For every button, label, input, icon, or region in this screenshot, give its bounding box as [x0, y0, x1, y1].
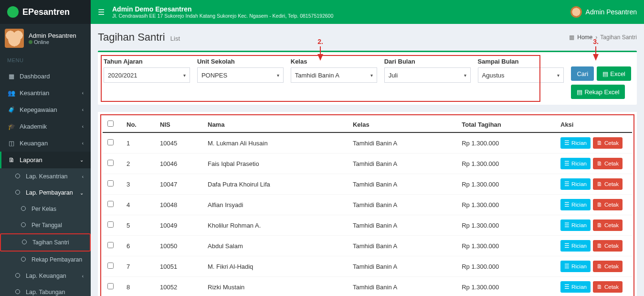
nav-lap-keuangan[interactable]: Lap. Keuangan‹	[0, 268, 91, 284]
table-row: 8 10052 Rizki Mustain Tamhidi Banin A Rp…	[103, 277, 632, 296]
chevron-left-icon: ‹	[82, 174, 84, 179]
money-icon: ◫	[7, 140, 16, 147]
app-name: EPesantren	[22, 7, 70, 17]
select-kelas[interactable]: Tamhidi Banin A▾	[291, 67, 377, 83]
cell-nama: Alfian Irsyadi	[203, 195, 348, 215]
rician-button[interactable]: ☰Rician	[560, 261, 591, 272]
nav-kepegawaian[interactable]: 🧳Kepegawaian‹	[0, 101, 91, 118]
search-button[interactable]: Cari	[571, 66, 594, 81]
cell-nis: 10051	[155, 256, 203, 277]
label-sampai-bulan: Sampai Bulan	[478, 58, 564, 65]
row-checkbox[interactable]	[107, 263, 114, 269]
cell-total: Rp 1.300.000	[457, 153, 556, 174]
chevron-left-icon: ‹	[82, 124, 84, 129]
th-nis: NIS	[155, 117, 203, 132]
excel-icon: ▤	[577, 88, 582, 96]
select-dari-bulan[interactable]: Juli▾	[384, 67, 471, 83]
rician-button[interactable]: ☰Rician	[560, 240, 591, 252]
cell-nis: 10048	[155, 195, 203, 215]
cetak-button[interactable]: 🗎Cetak	[593, 281, 623, 293]
chevron-left-icon: ‹	[82, 90, 84, 96]
breadcrumb: ▦ Home › Tagihan Santri	[569, 34, 637, 41]
nav-laporan[interactable]: 🗎Laporan⌄	[0, 152, 91, 168]
select-unit-sekolah[interactable]: PONPES▾	[197, 67, 284, 83]
table-box: No. NIS Nama Kelas Total Tagihan Aksi 1 …	[98, 112, 637, 296]
row-checkbox[interactable]	[107, 160, 114, 166]
circle-icon	[13, 189, 22, 196]
cetak-button[interactable]: 🗎Cetak	[593, 178, 623, 190]
rician-button[interactable]: ☰Rician	[560, 137, 591, 149]
breadcrumb-home[interactable]: Home	[577, 34, 592, 41]
nav-rekap-pembayaran[interactable]: Rekap Pembayaran	[0, 252, 91, 268]
graduation-icon: 🎓	[7, 123, 16, 130]
row-checkbox[interactable]	[107, 139, 114, 145]
nav-lap-tabungan[interactable]: Lap. Tabungan	[0, 284, 91, 296]
cell-total: Rp 1.300.000	[457, 256, 556, 277]
row-checkbox[interactable]	[107, 242, 114, 248]
rician-button[interactable]: ☰Rician	[560, 219, 591, 231]
list-icon: ☰	[564, 222, 570, 229]
row-checkbox[interactable]	[107, 180, 114, 186]
select-sampai-bulan[interactable]: Agustus▾	[478, 67, 564, 83]
cetak-button[interactable]: 🗎Cetak	[593, 158, 623, 169]
nav-per-tanggal[interactable]: Per Tanggal	[0, 217, 91, 233]
nav-per-kelas[interactable]: Per Kelas	[0, 201, 91, 217]
rician-button[interactable]: ☰Rician	[560, 199, 591, 210]
cell-total: Rp 1.300.000	[457, 215, 556, 236]
print-icon: 🗎	[597, 202, 602, 208]
nav-lap-kesantrian[interactable]: Lap. Kesantrian‹	[0, 168, 91, 185]
print-icon: 🗎	[597, 181, 602, 187]
nav-dashboard[interactable]: ▦Dashboard	[0, 68, 91, 85]
nav-kesantrian[interactable]: 👥Kesantrian‹	[0, 85, 91, 101]
th-aksi: Aksi	[556, 117, 632, 132]
cetak-button[interactable]: 🗎Cetak	[593, 219, 623, 231]
chevron-left-icon: ‹	[82, 141, 84, 146]
cetak-button[interactable]: 🗎Cetak	[593, 199, 623, 210]
nav-akademik[interactable]: 🎓Akademik‹	[0, 118, 91, 135]
excel-button[interactable]: ▤Excel	[597, 66, 631, 81]
rician-button[interactable]: ☰Rician	[560, 178, 591, 190]
th-total: Total Tagihan	[457, 117, 556, 132]
status-dot-icon	[29, 40, 32, 44]
cetak-button[interactable]: 🗎Cetak	[593, 261, 623, 272]
chevron-down-icon: ▾	[183, 73, 186, 78]
nav-tagihan-santri[interactable]: Tagihan Santri	[0, 233, 91, 252]
table-row: 7 10051 M. Fikri Al-Hadiq Tamhidi Banin …	[103, 256, 632, 277]
row-checkbox[interactable]	[107, 283, 114, 289]
rician-button[interactable]: ☰Rician	[560, 281, 591, 293]
data-table: No. NIS Nama Kelas Total Tagihan Aksi 1 …	[103, 117, 632, 296]
nav-keuangan[interactable]: ◫Keuangan‹	[0, 135, 91, 152]
rekap-excel-button[interactable]: ▤Rekap Excel	[571, 85, 625, 99]
cetak-button[interactable]: 🗎Cetak	[593, 240, 623, 252]
nav-lap-pembayaran[interactable]: Lap. Pembayaran⌄	[0, 185, 91, 201]
cell-no: 6	[122, 236, 155, 256]
menu-toggle[interactable]: ☰	[98, 8, 112, 17]
page-title: Tagihan Santri List	[98, 31, 180, 44]
circle-icon	[19, 256, 28, 263]
select-tahun-ajaran[interactable]: 2020/2021▾	[104, 67, 190, 83]
checkbox-all[interactable]	[107, 121, 114, 127]
list-icon: ☰	[564, 242, 570, 249]
chevron-left-icon: ‹	[82, 274, 84, 279]
briefcase-icon: 🧳	[7, 106, 16, 113]
rician-button[interactable]: ☰Rician	[560, 158, 591, 169]
th-no: No.	[122, 117, 155, 132]
cell-nama: M. Fikri Al-Hadiq	[203, 256, 348, 277]
logo-icon	[7, 6, 19, 18]
logo[interactable]: EPesantren	[0, 0, 91, 24]
print-icon: 🗎	[597, 222, 602, 228]
cell-no: 7	[122, 256, 155, 277]
cell-kelas: Tamhidi Banin A	[348, 215, 457, 236]
table-row: 6 10050 Abdul Salam Tamhidi Banin A Rp 1…	[103, 236, 632, 256]
print-icon: 🗎	[597, 243, 602, 249]
cetak-button[interactable]: 🗎Cetak	[593, 137, 623, 149]
list-icon: ☰	[564, 140, 570, 146]
list-icon: ☰	[564, 284, 570, 290]
topbar-user[interactable]: Admin Pesantren	[570, 6, 637, 18]
cell-nama: Fais Iqbal Prasetio	[203, 153, 348, 174]
row-checkbox[interactable]	[107, 201, 114, 207]
row-checkbox[interactable]	[107, 221, 114, 228]
list-icon: ☰	[564, 160, 570, 167]
label-kelas: Kelas	[291, 58, 377, 65]
circle-icon	[20, 239, 29, 246]
